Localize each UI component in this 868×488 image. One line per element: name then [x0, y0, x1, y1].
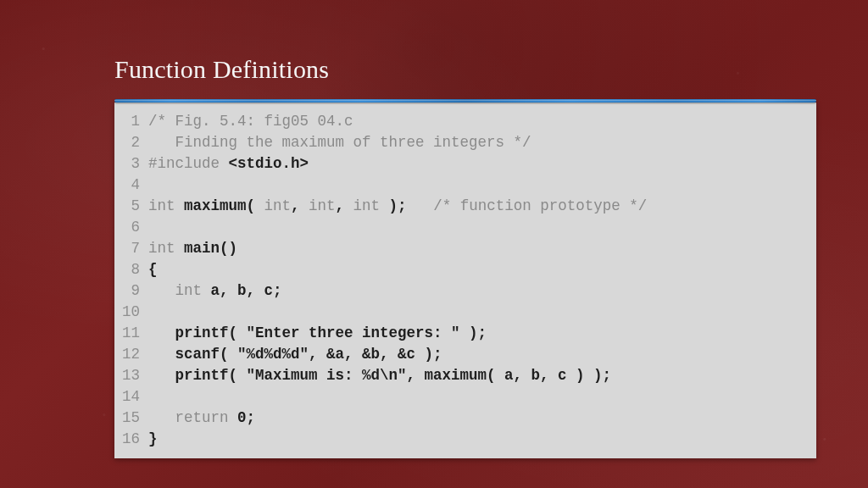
code-text: Finding the maximum of three integers */ [148, 132, 816, 153]
line-number: 13 [114, 365, 148, 386]
line-number: 14 [114, 386, 148, 408]
code-block: 1/* Fig. 5.4: fig05 04.c2 Finding the ma… [114, 103, 816, 458]
code-text: printf( "Maximum is: %d\n", maximum( a, … [148, 365, 816, 386]
line-number: 9 [114, 280, 148, 302]
code-line: 8{ [114, 259, 816, 280]
line-number: 2 [114, 132, 148, 153]
slide: Function Definitions 1/* Fig. 5.4: fig05… [114, 55, 816, 458]
code-text: { [148, 259, 816, 280]
code-line: 4 [114, 175, 816, 196]
line-number: 4 [114, 175, 148, 196]
line-number: 7 [114, 238, 148, 259]
code-text: printf( "Enter three integers: " ); [148, 323, 816, 344]
line-number: 15 [114, 408, 148, 429]
code-line: 11 printf( "Enter three integers: " ); [114, 323, 816, 344]
code-line: 9 int a, b, c; [114, 280, 816, 302]
line-number: 1 [114, 111, 148, 132]
code-text [148, 217, 816, 238]
line-number: 6 [114, 217, 148, 238]
code-text: scanf( "%d%d%d", &a, &b, &c ); [148, 344, 816, 365]
code-line: 12 scanf( "%d%d%d", &a, &b, &c ); [114, 344, 816, 365]
line-number: 3 [114, 153, 148, 175]
code-text: } [148, 429, 816, 450]
code-text: int main() [148, 238, 816, 259]
slide-title: Function Definitions [114, 55, 816, 84]
title-underline [114, 99, 816, 103]
code-line: 10 [114, 302, 816, 323]
line-number: 10 [114, 302, 148, 323]
code-line: 14 [114, 386, 816, 408]
code-line: 7int main() [114, 238, 816, 259]
code-line: 13 printf( "Maximum is: %d\n", maximum( … [114, 365, 816, 386]
line-number: 12 [114, 344, 148, 365]
code-text [148, 175, 816, 196]
code-line: 5int maximum( int, int, int ); /* functi… [114, 196, 816, 217]
code-text: return 0; [148, 408, 816, 429]
code-text: /* Fig. 5.4: fig05 04.c [148, 111, 816, 132]
code-line: 15 return 0; [114, 408, 816, 429]
code-text: #include <stdio.h> [148, 153, 816, 175]
code-text [148, 386, 816, 408]
line-number: 16 [114, 429, 148, 450]
code-line: 2 Finding the maximum of three integers … [114, 132, 816, 153]
code-text [148, 302, 816, 323]
code-line: 16} [114, 429, 816, 450]
code-line: 3#include <stdio.h> [114, 153, 816, 175]
code-text: int a, b, c; [148, 280, 816, 302]
line-number: 5 [114, 196, 148, 217]
line-number: 11 [114, 323, 148, 344]
code-line: 1/* Fig. 5.4: fig05 04.c [114, 111, 816, 132]
code-text: int maximum( int, int, int ); /* functio… [148, 196, 816, 217]
code-line: 6 [114, 217, 816, 238]
line-number: 8 [114, 259, 148, 280]
